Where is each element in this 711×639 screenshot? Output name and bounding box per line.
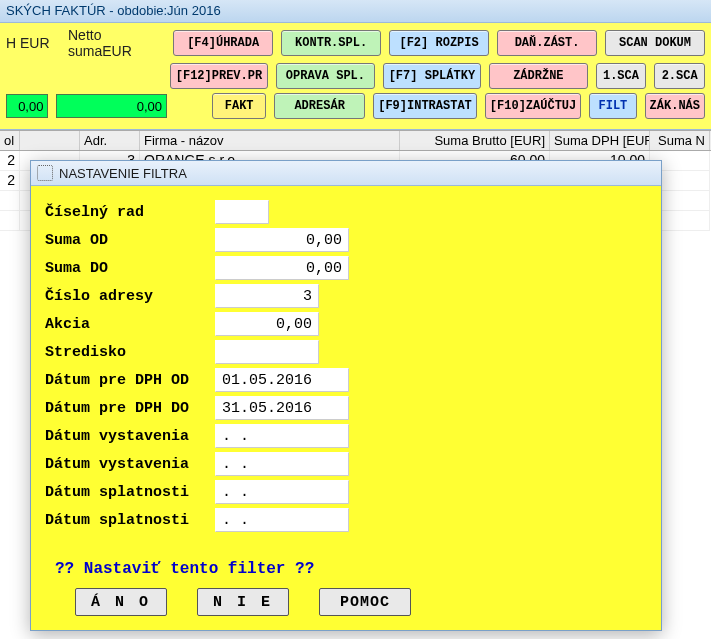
col-head-ol: ol <box>0 131 20 150</box>
akcia-label: Akcia <box>45 316 215 333</box>
dph-do-input[interactable]: 31.05.2016 <box>215 396 349 420</box>
window-title: SKÝCH FAKTÚR - obdobie:Jún 2016 <box>0 0 711 23</box>
splatnosti-od-input[interactable]: . . <box>215 480 349 504</box>
scan-dokum-button[interactable]: SCAN DOKUM <box>605 30 705 56</box>
uhrada-button[interactable]: [F4]ÚHRADA <box>173 30 273 56</box>
top-toolbar-zone: H EUR Netto sumaEUR [F4]ÚHRADA KONTR.SPL… <box>0 23 711 130</box>
ano-button[interactable]: Á N O <box>75 588 167 616</box>
dialog-title-text: NASTAVENIE FILTRA <box>59 166 187 181</box>
intrastat-button[interactable]: [F9]INTRASTAT <box>373 93 477 119</box>
col-head-brutto: Suma Brutto [EUR] <box>400 131 550 150</box>
pomoc-button[interactable]: POMOC <box>319 588 411 616</box>
stredisko-label: Stredisko <box>45 344 215 361</box>
col-head-suman: Suma N <box>650 131 710 150</box>
vystavenia-do-label: Dátum vystavenia <box>45 456 215 473</box>
oprava-spl-button[interactable]: OPRAVA SPL. <box>276 63 374 89</box>
splatnosti-do-label: Dátum splatnosti <box>45 512 215 529</box>
netto-label: Netto sumaEUR <box>68 27 165 59</box>
sca2-button[interactable]: 2.SCA <box>654 63 705 89</box>
col-head-dph: Suma DPH [EUR] <box>550 131 650 150</box>
col-head-firma: Firma - názov <box>140 131 400 150</box>
filt-button[interactable]: FILT <box>589 93 636 119</box>
table-header: ol Adr. Firma - názov Suma Brutto [EUR] … <box>0 131 711 151</box>
dan-zast-button[interactable]: DAŇ.ZÁST. <box>497 30 597 56</box>
dialog-titlebar[interactable]: NASTAVENIE FILTRA <box>31 161 661 186</box>
vystavenia-do-input[interactable]: . . <box>215 452 349 476</box>
fakt-button[interactable]: FAKT <box>212 93 266 119</box>
nie-button[interactable]: N I E <box>197 588 289 616</box>
col-head-adr: Adr. <box>80 131 140 150</box>
suma-od-input[interactable]: 0,00 <box>215 228 349 252</box>
vystavenia-od-input[interactable]: . . <box>215 424 349 448</box>
ciselny-rad-label: Číselný rad <box>45 204 215 221</box>
readout-1: 0,00 <box>6 94 48 118</box>
filter-dialog: NASTAVENIE FILTRA Číselný rad Suma OD 0,… <box>30 160 662 631</box>
splatnosti-od-label: Dátum splatnosti <box>45 484 215 501</box>
ciselny-rad-input[interactable] <box>215 200 269 224</box>
adresar-button[interactable]: ADRESÁR <box>274 93 365 119</box>
cislo-adresy-input[interactable]: 3 <box>215 284 319 308</box>
cislo-adresy-label: Číslo adresy <box>45 288 215 305</box>
stredisko-input[interactable] <box>215 340 319 364</box>
filter-prompt: ?? Nastaviť tento filter ?? <box>55 560 647 578</box>
suma-do-label: Suma DO <box>45 260 215 277</box>
vystavenia-od-label: Dátum vystavenia <box>45 428 215 445</box>
dph-od-input[interactable]: 01.05.2016 <box>215 368 349 392</box>
dialog-icon <box>37 165 53 181</box>
suma-do-input[interactable]: 0,00 <box>215 256 349 280</box>
h-eur-label: H EUR <box>6 35 60 51</box>
readout-2: 0,00 <box>56 94 167 118</box>
rozpis-button[interactable]: [F2] ROZPIS <box>389 30 489 56</box>
dph-od-label: Dátum pre DPH OD <box>45 372 215 389</box>
sca1-button[interactable]: 1.SCA <box>596 63 647 89</box>
prev-pr-button[interactable]: [F12]PREV.PR <box>170 63 268 89</box>
akcia-input[interactable]: 0,00 <box>215 312 319 336</box>
zauctuj-button[interactable]: [F10]ZAÚČTUJ <box>485 93 581 119</box>
dph-do-label: Dátum pre DPH DO <box>45 400 215 417</box>
suma-od-label: Suma OD <box>45 232 215 249</box>
zak-nas-button[interactable]: ZÁK.NÁS <box>645 93 705 119</box>
splatnosti-do-input[interactable]: . . <box>215 508 349 532</box>
splatky-button[interactable]: [F7] SPLÁTKY <box>383 63 481 89</box>
kontr-spl-button[interactable]: KONTR.SPL. <box>281 30 381 56</box>
zadrzne-button[interactable]: ZÁDRŽNE <box>489 63 587 89</box>
